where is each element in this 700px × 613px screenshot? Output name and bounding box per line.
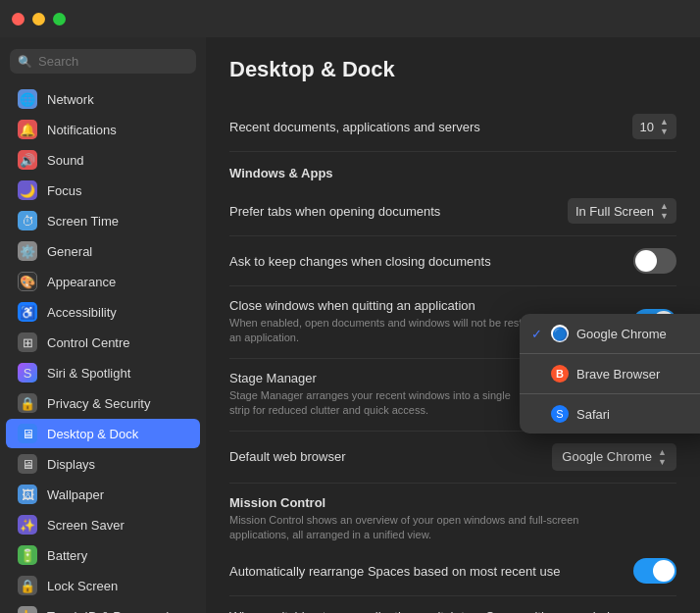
auto-rearrange-label: Automatically rearrange Spaces based on …	[229, 564, 560, 579]
notifications-label: Notifications	[47, 123, 117, 137]
sidebar-item-wallpaper[interactable]: 🖼Wallpaper	[6, 480, 200, 509]
battery-icon: 🔋	[18, 545, 37, 565]
close-button[interactable]	[12, 13, 25, 26]
desktop-icon: 🖥	[18, 424, 37, 443]
recent-documents-stepper[interactable]: 10 ▲▼	[632, 114, 676, 139]
sidebar-item-siri[interactable]: SSiri & Spotlight	[6, 358, 200, 387]
accessibility-icon: ♿	[18, 302, 37, 322]
sidebar-item-lockscreen[interactable]: 🔒Lock Screen	[6, 571, 200, 600]
browser-dropdown-overlay: ✓ 🔵 Google Chrome B Brave Browser S Safa…	[520, 314, 700, 434]
desktop-label: Desktop & Dock	[47, 427, 138, 441]
auto-rearrange-row: Automatically rearrange Spaces based on …	[229, 546, 676, 596]
accessibility-label: Accessibility	[47, 305, 117, 320]
wallpaper-label: Wallpaper	[47, 487, 104, 502]
keep-changes-toggle[interactable]	[633, 248, 676, 274]
sidebar-item-battery[interactable]: 🔋Battery	[6, 540, 200, 570]
battery-label: Battery	[47, 548, 87, 563]
safari-icon: S	[551, 405, 569, 423]
default-browser-value: Google Chrome	[562, 449, 652, 464]
sidebar: 🔍 🌐Network🔔Notifications🔊Sound🌙Focus⏱Scr…	[0, 37, 206, 613]
safari-label: Safari	[576, 407, 610, 422]
sidebar-item-touchid[interactable]: 👆Touch ID & Password	[6, 601, 200, 613]
chrome-label: Google Chrome	[576, 327, 667, 341]
recent-documents-row: Recent documents, applications and serve…	[229, 102, 676, 152]
sidebar-item-notifications[interactable]: 🔔Notifications	[6, 115, 200, 144]
focus-label: Focus	[47, 183, 81, 198]
auto-rearrange-toggle[interactable]	[633, 558, 676, 584]
sidebar-item-screentime[interactable]: ⏱Screen Time	[6, 206, 200, 235]
content-area: Desktop & Dock Recent documents, applica…	[206, 37, 700, 613]
chrome-check: ✓	[529, 327, 543, 341]
switch-space-label: When switching to an application, switch…	[229, 608, 633, 613]
default-browser-select[interactable]: Google Chrome ▲▼	[552, 443, 676, 471]
browser-option-chrome[interactable]: ✓ 🔵 Google Chrome	[520, 314, 700, 353]
sidebar-item-focus[interactable]: 🌙Focus	[6, 176, 200, 205]
screentime-label: Screen Time	[47, 214, 119, 229]
sidebar-item-privacy[interactable]: 🔒Privacy & Security	[6, 388, 200, 418]
general-icon: ⚙️	[18, 241, 37, 261]
screensaver-label: Screen Saver	[47, 518, 125, 533]
minimize-button[interactable]	[32, 13, 45, 26]
prefer-tabs-arrows: ▲▼	[660, 201, 669, 221]
sidebar-item-general[interactable]: ⚙️General	[6, 236, 200, 266]
prefer-tabs-dropdown[interactable]: In Full Screen ▲▼	[568, 198, 676, 224]
browser-option-safari[interactable]: S Safari	[520, 394, 700, 434]
lockscreen-label: Lock Screen	[47, 579, 118, 593]
mission-control-row: Mission Control Mission Control shows an…	[229, 484, 676, 547]
sidebar-item-screensaver[interactable]: ✨Screen Saver	[6, 510, 200, 539]
prefer-tabs-value: In Full Screen	[575, 204, 654, 219]
windows-apps-header: Windows & Apps	[229, 152, 676, 186]
search-input[interactable]	[38, 54, 188, 69]
main-layout: 🔍 🌐Network🔔Notifications🔊Sound🌙Focus⏱Scr…	[0, 37, 700, 613]
titlebar	[0, 0, 700, 37]
siri-icon: S	[18, 363, 37, 383]
privacy-icon: 🔒	[18, 393, 37, 413]
close-windows-label: Close windows when quitting an applicati…	[229, 298, 633, 313]
appearance-icon: 🎨	[18, 272, 37, 291]
search-icon: 🔍	[18, 55, 32, 69]
stage-manager-sublabel: Stage Manager arranges your recent windo…	[229, 388, 531, 419]
brave-label: Brave Browser	[576, 367, 660, 382]
notifications-icon: 🔔	[18, 120, 37, 139]
sidebar-item-desktop[interactable]: 🖥Desktop & Dock	[6, 419, 200, 448]
privacy-label: Privacy & Security	[47, 396, 150, 411]
touchid-icon: 👆	[18, 606, 37, 613]
mission-control-sublabel: Mission Control shows an overview of you…	[229, 513, 641, 543]
recent-documents-value: 10	[640, 120, 654, 134]
sidebar-item-appearance[interactable]: 🎨Appearance	[6, 267, 200, 296]
prefer-tabs-label: Prefer tabs when opening documents	[229, 204, 440, 219]
browser-dropdown-arrows: ▲▼	[658, 447, 667, 467]
sidebar-item-sound[interactable]: 🔊Sound	[6, 145, 200, 175]
sidebar-item-network[interactable]: 🌐Network	[6, 84, 200, 114]
mission-control-label: Mission Control	[229, 495, 641, 510]
sidebar-item-accessibility[interactable]: ♿Accessibility	[6, 297, 200, 327]
controlcentre-label: Control Centre	[47, 335, 130, 350]
touchid-label: Touch ID & Password	[47, 609, 169, 614]
stepper-arrows: ▲▼	[660, 117, 669, 136]
lockscreen-icon: 🔒	[18, 576, 37, 595]
stage-manager-label: Stage Manager	[229, 371, 531, 385]
appearance-label: Appearance	[47, 275, 116, 289]
network-label: Network	[47, 92, 94, 107]
sound-icon: 🔊	[18, 150, 37, 170]
keep-changes-label: Ask to keep changes when closing documen…	[229, 254, 491, 269]
default-browser-label: Default web browser	[229, 449, 346, 464]
wallpaper-icon: 🖼	[18, 485, 37, 504]
recent-documents-label: Recent documents, applications and serve…	[229, 120, 480, 134]
general-label: General	[47, 244, 92, 259]
controlcentre-icon: ⊞	[18, 332, 37, 352]
fullscreen-button[interactable]	[53, 13, 66, 26]
page-title: Desktop & Dock	[229, 57, 676, 82]
search-box[interactable]: 🔍	[10, 49, 196, 74]
chrome-icon: 🔵	[551, 325, 569, 342]
displays-label: Displays	[47, 457, 95, 472]
default-browser-row: Default web browser Google Chrome ▲▼	[229, 432, 676, 484]
sidebar-item-displays[interactable]: 🖥Displays	[6, 449, 200, 479]
browser-option-brave[interactable]: B Brave Browser	[520, 354, 700, 393]
sidebar-item-controlcentre[interactable]: ⊞Control Centre	[6, 328, 200, 357]
screensaver-icon: ✨	[18, 515, 37, 535]
displays-icon: 🖥	[18, 454, 37, 474]
screentime-icon: ⏱	[18, 211, 37, 230]
sound-label: Sound	[47, 153, 84, 168]
focus-icon: 🌙	[18, 180, 37, 200]
